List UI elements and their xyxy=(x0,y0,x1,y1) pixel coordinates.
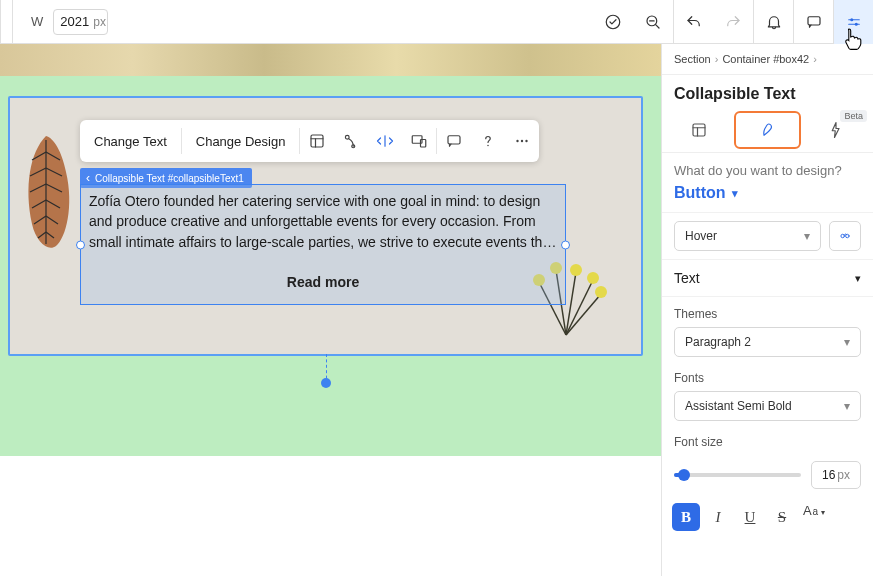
width-label: W xyxy=(31,14,43,29)
svg-point-41 xyxy=(488,145,490,147)
svg-point-43 xyxy=(521,140,523,142)
zoom-out-button[interactable] xyxy=(633,0,673,44)
font-select[interactable]: Assistant Semi Bold ▾ xyxy=(674,391,861,421)
fontsize-slider[interactable] xyxy=(674,473,801,477)
inspector-mode-tabs: Beta xyxy=(662,107,873,153)
help-icon[interactable] xyxy=(471,120,505,162)
svg-point-8 xyxy=(854,22,857,25)
undo-button[interactable] xyxy=(673,0,713,44)
svg-rect-45 xyxy=(693,124,705,136)
theme-select[interactable]: Paragraph 2 ▾ xyxy=(674,327,861,357)
svg-point-7 xyxy=(850,18,853,21)
redo-button[interactable] xyxy=(713,0,753,44)
slider-thumb[interactable] xyxy=(678,469,690,481)
font-value: Assistant Semi Bold xyxy=(685,399,792,413)
chevron-down-icon: ▾ xyxy=(844,335,850,349)
svg-point-30 xyxy=(587,272,599,284)
responsive-icon[interactable] xyxy=(402,120,436,162)
layout-tab[interactable] xyxy=(668,111,730,149)
svg-point-42 xyxy=(517,140,519,142)
bold-button[interactable]: B xyxy=(672,503,700,531)
svg-rect-40 xyxy=(448,136,460,144)
fontsize-value: 16 xyxy=(822,468,835,482)
width-value: 2021 xyxy=(60,14,89,29)
comments-button[interactable] xyxy=(793,0,833,44)
svg-rect-32 xyxy=(311,135,323,147)
section-resize-handle-bottom[interactable] xyxy=(321,378,331,388)
svg-line-2 xyxy=(656,24,659,27)
fonts-label: Fonts xyxy=(674,371,861,385)
design-question-label: What do you want to design? xyxy=(674,163,861,178)
beta-badge: Beta xyxy=(840,110,867,122)
chevron-right-icon: › xyxy=(715,53,719,65)
text-format-row: B I U S Aa▾ xyxy=(662,499,873,539)
resize-handle-right[interactable] xyxy=(561,240,570,249)
design-target-dropdown[interactable]: Button ▾ xyxy=(674,184,861,202)
chevron-down-icon: ▾ xyxy=(844,399,850,413)
text-case-button[interactable]: Aa▾ xyxy=(800,503,828,531)
body-text: Zofía Otero founded her catering service… xyxy=(89,193,556,250)
svg-rect-4 xyxy=(808,16,820,24)
italic-button[interactable]: I xyxy=(704,503,732,531)
notifications-button[interactable] xyxy=(753,0,793,44)
text-accordion-header[interactable]: Text ▾ xyxy=(662,260,873,297)
leaf-illustration xyxy=(18,132,78,252)
element-floating-toolbar: Change Text Change Design xyxy=(80,120,539,162)
chevron-right-icon: › xyxy=(813,53,817,65)
fontsize-unit: px xyxy=(837,468,850,482)
animation-icon[interactable] xyxy=(334,120,368,162)
comment-icon[interactable] xyxy=(437,120,471,162)
width-unit: px xyxy=(93,15,106,29)
fontsize-input[interactable]: 16 px xyxy=(811,461,861,489)
design-target-label: Button xyxy=(674,184,726,202)
state-value: Hover xyxy=(685,229,717,243)
collapsible-text-element[interactable]: Zofía Otero founded her catering service… xyxy=(80,184,566,305)
inspector-toggle-button[interactable] xyxy=(833,0,873,44)
svg-point-49 xyxy=(846,234,850,238)
toggle-preview-button[interactable] xyxy=(593,0,633,44)
canvas-header-image xyxy=(0,44,661,76)
svg-point-31 xyxy=(595,286,607,298)
design-tab[interactable] xyxy=(734,111,800,149)
underline-button[interactable]: U xyxy=(736,503,764,531)
breadcrumb-container[interactable]: Container #box42 xyxy=(722,53,809,65)
chevron-down-icon: ▾ xyxy=(804,229,810,243)
strikethrough-button[interactable]: S xyxy=(768,503,796,531)
svg-point-29 xyxy=(570,264,582,276)
layout-icon[interactable] xyxy=(300,120,334,162)
caret-down-icon: ▾ xyxy=(855,272,861,285)
themes-label: Themes xyxy=(674,307,861,321)
svg-point-48 xyxy=(841,234,845,238)
inspector-panel: Section › Container #box42 › Collapsible… xyxy=(661,44,873,576)
breadcrumb-section[interactable]: Section xyxy=(674,53,711,65)
reset-state-button[interactable] xyxy=(829,221,861,251)
svg-point-44 xyxy=(526,140,528,142)
breadcrumb: Section › Container #box42 › xyxy=(662,44,873,75)
text-accordion-label: Text xyxy=(674,270,700,286)
state-select[interactable]: Hover ▾ xyxy=(674,221,821,251)
panel-title: Collapsible Text xyxy=(662,75,873,107)
top-toolbar: W 2021 px xyxy=(0,0,873,44)
more-icon[interactable] xyxy=(505,120,539,162)
section-selection[interactable]: Change Text Change Design xyxy=(8,96,643,356)
change-text-button[interactable]: Change Text xyxy=(80,120,181,162)
chevron-down-icon: ▾ xyxy=(732,187,738,200)
read-more-button[interactable]: Read more xyxy=(89,272,557,292)
selection-tag-label: Collapsible Text #collapsibleText1 xyxy=(95,173,244,184)
theme-value: Paragraph 2 xyxy=(685,335,751,349)
canvas-width-input[interactable]: 2021 px xyxy=(53,9,108,35)
change-design-button[interactable]: Change Design xyxy=(182,120,300,162)
canvas-area[interactable]: Change Text Change Design xyxy=(0,44,661,576)
fontsize-label: Font size xyxy=(674,435,861,449)
resize-handle-left[interactable] xyxy=(76,240,85,249)
stretch-icon[interactable] xyxy=(368,120,402,162)
